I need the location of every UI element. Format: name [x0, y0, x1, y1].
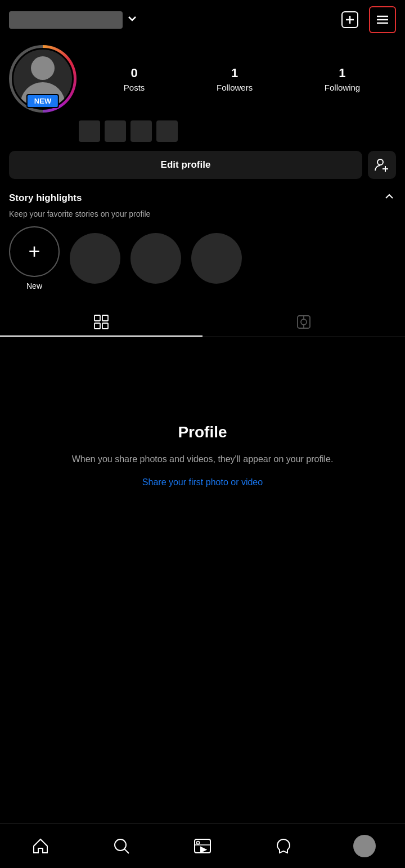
highlights-subtitle: Keep your favorite stories on your profi…	[0, 209, 405, 226]
bottom-nav	[0, 823, 405, 868]
profile-title: Profile	[178, 423, 227, 441]
profile-description: When you share photos and videos, they'l…	[72, 453, 334, 466]
plus-icon: +	[28, 241, 40, 262]
svg-rect-10	[102, 315, 108, 321]
nav-activity[interactable]	[267, 829, 300, 863]
tab-grid[interactable]	[0, 307, 202, 337]
following-label: Following	[325, 83, 360, 92]
username-area: ████████████	[9, 11, 137, 29]
avatar-wrapper[interactable]: NEW	[9, 45, 76, 113]
following-count: 1	[339, 66, 345, 80]
svg-rect-12	[102, 323, 108, 329]
story-thumb-2[interactable]	[105, 120, 126, 142]
profile-section: NEW 0 Posts 1 Followers 1 Following	[0, 39, 405, 120]
svg-rect-11	[94, 323, 100, 329]
highlight-placeholder-2	[130, 233, 181, 284]
nav-search[interactable]	[105, 829, 138, 863]
highlight-placeholder-3	[191, 233, 242, 284]
new-highlight-circle[interactable]: +	[9, 226, 60, 277]
following-stat[interactable]: 1 Following	[325, 66, 360, 92]
highlight-placeholder-1	[70, 233, 120, 284]
svg-point-6	[377, 159, 383, 165]
svg-point-20	[197, 841, 200, 844]
nav-reels[interactable]	[186, 829, 219, 863]
story-thumb-4[interactable]	[156, 120, 178, 142]
username-text: ████████████	[9, 11, 123, 29]
highlights-collapse-icon[interactable]	[382, 190, 396, 206]
main-content: Profile When you share photos and videos…	[0, 337, 405, 562]
story-thumb-3[interactable]	[130, 120, 152, 142]
add-post-button[interactable]	[338, 7, 362, 32]
new-highlight[interactable]: + New	[9, 226, 60, 290]
story-thumbs-row	[0, 120, 405, 151]
top-header: ████████████	[0, 0, 405, 39]
svg-rect-9	[94, 315, 100, 321]
menu-button[interactable]	[369, 6, 396, 33]
stats-row: 0 Posts 1 Followers 1 Following	[88, 66, 396, 92]
buttons-row: Edit profile	[0, 151, 405, 190]
tab-tagged[interactable]	[202, 307, 405, 337]
posts-count: 0	[130, 66, 137, 80]
posts-stat[interactable]: 0 Posts	[124, 66, 145, 92]
svg-point-14	[301, 319, 307, 325]
posts-label: Posts	[124, 83, 145, 92]
nav-avatar	[353, 835, 376, 857]
svg-line-18	[124, 849, 129, 853]
highlights-circles: + New	[0, 226, 405, 307]
chevron-down-icon[interactable]	[127, 14, 137, 26]
tabs-row	[0, 307, 405, 337]
highlights-header: Story highlights	[0, 190, 405, 209]
followers-stat[interactable]: 1 Followers	[217, 66, 253, 92]
nav-home[interactable]	[24, 829, 57, 863]
new-badge[interactable]: NEW	[26, 94, 59, 108]
highlights-title: Story highlights	[9, 193, 82, 204]
svg-marker-22	[201, 847, 206, 852]
new-highlight-label: New	[26, 281, 42, 290]
avatar-head	[31, 56, 55, 80]
story-thumb-1[interactable]	[79, 120, 100, 142]
header-icons	[338, 6, 396, 33]
followers-label: Followers	[217, 83, 253, 92]
edit-profile-button[interactable]: Edit profile	[9, 151, 362, 179]
share-first-photo-link[interactable]: Share your first photo or video	[142, 477, 263, 487]
nav-profile[interactable]	[348, 829, 381, 863]
followers-count: 1	[231, 66, 238, 80]
add-person-button[interactable]	[368, 151, 396, 179]
